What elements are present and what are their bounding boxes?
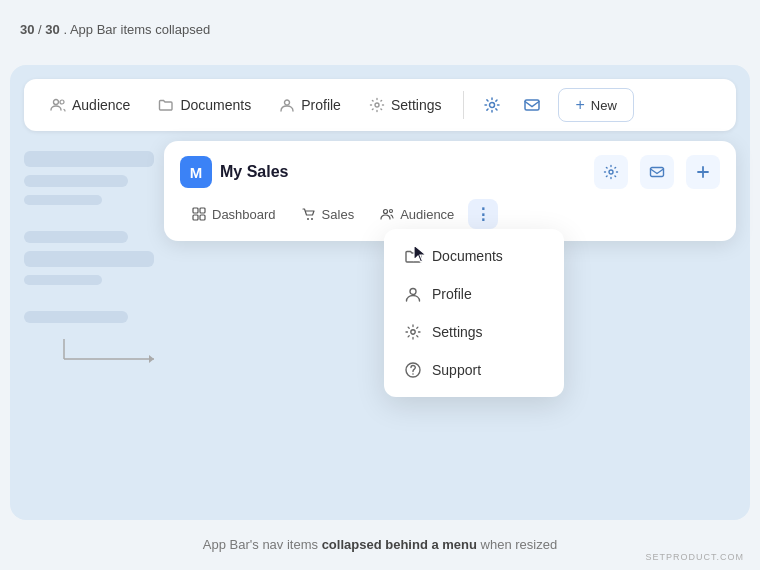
dropdown-settings-icon: [404, 323, 422, 341]
dropdown-profile-label: Profile: [432, 286, 472, 302]
sub-app-bar: M My Sales: [164, 141, 736, 189]
sub-mail-icon: [649, 164, 665, 180]
settings-icon: [369, 97, 385, 113]
sub-gear-icon: [603, 164, 619, 180]
cursor: [412, 243, 430, 265]
sub-window: M My Sales: [164, 141, 736, 241]
audience-icon: [50, 97, 66, 113]
skel-3: [24, 195, 102, 205]
svg-point-16: [311, 218, 313, 220]
sub-mail-button[interactable]: [640, 155, 674, 189]
subnav-audience-label: Audience: [400, 207, 454, 222]
subnav-audience[interactable]: Audience: [368, 201, 466, 228]
content-area: M My Sales: [24, 141, 736, 506]
appbar-item-documents[interactable]: Documents: [146, 91, 263, 119]
dropdown-menu: Documents Profile Se: [384, 229, 564, 397]
sub-gear-button[interactable]: [594, 155, 628, 189]
folder-icon: [158, 97, 174, 113]
sub-plus-icon: [695, 164, 711, 180]
dropdown-user-icon: [404, 285, 422, 303]
subnav-audience-icon: [380, 207, 394, 221]
dropdown-settings-label: Settings: [432, 324, 483, 340]
gear-icon: [483, 96, 501, 114]
cart-icon: [302, 207, 316, 221]
skel-4: [24, 231, 128, 243]
cursor-svg: [412, 243, 430, 265]
arrow-container: [24, 339, 154, 369]
support-icon: [404, 361, 422, 379]
main-card: Audience Documents Profile Settings: [10, 65, 750, 520]
skel-5: [24, 251, 154, 267]
svg-marker-8: [149, 355, 154, 363]
bottom-suffix: when resized: [477, 537, 557, 552]
svg-point-15: [307, 218, 309, 220]
dashboard-icon: [192, 207, 206, 221]
app-bar: Audience Documents Profile Settings: [24, 79, 736, 131]
sub-window-wrapper: M My Sales: [164, 141, 736, 506]
svg-point-17: [384, 210, 388, 214]
divider: [463, 91, 464, 119]
dropdown-documents-label: Documents: [432, 248, 503, 264]
svg-point-22: [412, 373, 414, 375]
svg-point-1: [60, 100, 64, 104]
appbar-profile-label: Profile: [301, 97, 341, 113]
more-button[interactable]: ⋮: [468, 199, 498, 229]
subnav-sales-label: Sales: [322, 207, 355, 222]
new-button[interactable]: + New: [558, 88, 633, 122]
skel-2: [24, 175, 128, 187]
appbar-item-audience[interactable]: Audience: [38, 91, 142, 119]
counter-text: 30 / 30 . App Bar items collapsed: [20, 22, 210, 37]
dropdown-profile[interactable]: Profile: [392, 275, 556, 313]
appbar-documents-label: Documents: [180, 97, 251, 113]
svg-point-0: [54, 100, 59, 105]
arrow-svg: [24, 339, 154, 369]
svg-point-18: [390, 210, 393, 213]
plus-icon: +: [575, 96, 584, 114]
counter-current: 30: [20, 22, 34, 37]
counter-label: . App Bar items collapsed: [63, 22, 210, 37]
subnav-dashboard-label: Dashboard: [212, 207, 276, 222]
svg-point-9: [609, 170, 613, 174]
counter-total: 30: [45, 22, 59, 37]
avatar: M: [180, 156, 212, 188]
svg-rect-10: [651, 168, 664, 177]
avatar-letter: M: [190, 164, 203, 181]
bottom-bold: collapsed behind a menu: [322, 537, 477, 552]
subnav-sales[interactable]: Sales: [290, 201, 367, 228]
more-dots-icon: ⋮: [475, 205, 492, 224]
mail-button[interactable]: [514, 87, 550, 123]
dropdown-settings[interactable]: Settings: [392, 313, 556, 351]
mail-icon: [523, 96, 541, 114]
new-label: New: [591, 98, 617, 113]
svg-rect-11: [193, 208, 198, 213]
svg-point-19: [410, 289, 416, 295]
svg-point-4: [490, 103, 495, 108]
dropdown-support[interactable]: Support: [392, 351, 556, 389]
user-icon: [279, 97, 295, 113]
skel-7: [24, 311, 128, 323]
left-sidebar: [24, 141, 154, 506]
skel-1: [24, 151, 154, 167]
appbar-settings-label: Settings: [391, 97, 442, 113]
appbar-item-settings[interactable]: Settings: [357, 91, 454, 119]
svg-rect-5: [525, 100, 539, 110]
svg-point-20: [411, 330, 415, 334]
svg-point-3: [375, 103, 379, 107]
appbar-audience-label: Audience: [72, 97, 130, 113]
dropdown-support-label: Support: [432, 362, 481, 378]
svg-point-2: [285, 100, 290, 105]
setproduct-credit: SETPRODUCT.COM: [645, 552, 744, 562]
skel-6: [24, 275, 102, 285]
bottom-text: App Bar's nav items collapsed behind a m…: [0, 537, 760, 552]
sub-plus-button[interactable]: [686, 155, 720, 189]
subnav-dashboard[interactable]: Dashboard: [180, 201, 288, 228]
gear-button[interactable]: [474, 87, 510, 123]
appbar-item-profile[interactable]: Profile: [267, 91, 353, 119]
bottom-prefix: App Bar's nav items: [203, 537, 322, 552]
svg-rect-14: [200, 215, 205, 220]
svg-rect-13: [193, 215, 198, 220]
app-title: My Sales: [220, 163, 586, 181]
svg-rect-12: [200, 208, 205, 213]
